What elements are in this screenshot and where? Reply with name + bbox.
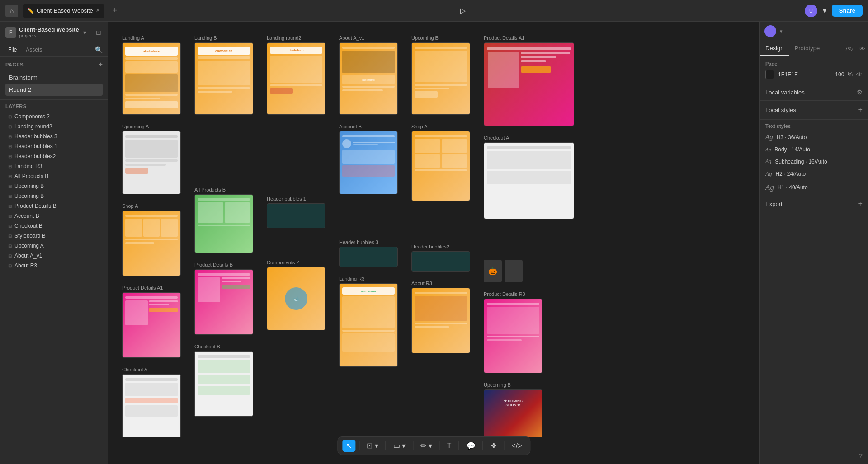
layer-upcoming-b2[interactable]: ⊞ Upcoming B (5, 191, 103, 201)
code-tool[interactable]: </> (508, 440, 526, 452)
layer-header-bubbles1[interactable]: ⊞ Header bubbles 1 (5, 141, 103, 151)
chevron-down-icon[interactable]: ▾ (82, 28, 88, 37)
text-style-subheading[interactable]: Ag Subheading · 16/Auto (760, 155, 868, 168)
frame-header-bubbles2[interactable]: Header bubbles2 (411, 244, 470, 272)
layer-landing-r3[interactable]: ⊞ Landing R3 (5, 161, 103, 171)
chevron-down-icon[interactable]: ▾ (821, 5, 828, 17)
frame-checkout-b[interactable]: Checkout B (194, 344, 253, 417)
frame-landing-b[interactable]: Landing B ohwhale.co (194, 35, 253, 115)
frame-checkout-a[interactable]: Checkout A (122, 367, 181, 437)
prototype-tab[interactable]: Prototype (789, 41, 825, 56)
add-tab-button[interactable]: + (109, 4, 121, 17)
pen-tool[interactable]: ✏ ▾ (417, 440, 435, 452)
frame-about-r3[interactable]: About R3 (411, 281, 470, 353)
active-tab[interactable]: ✏️ Client-Based Website ✕ (23, 4, 104, 18)
topbar-center: ▷ (125, 5, 800, 17)
text-tool[interactable]: T (443, 440, 455, 452)
frame-tool[interactable]: ⊡ ▾ (363, 440, 382, 452)
frame-product-details-a1-left[interactable]: Product Details A1 (122, 285, 181, 358)
layer-styleboard-b[interactable]: ⊞ Styleboard B (5, 231, 103, 241)
layer-product-details-b[interactable]: ⊞ Product Details B (5, 201, 103, 211)
tab-close-icon[interactable]: ✕ (96, 8, 100, 14)
home-icon[interactable]: ⌂ (5, 5, 18, 17)
layer-upcoming-a[interactable]: ⊞ Upcoming A (5, 241, 103, 251)
grid-icon: ⊞ (8, 194, 12, 199)
frame-upcoming-b-icons[interactable]: 🎃 (484, 260, 574, 282)
frame-upcoming-b-right[interactable]: Upcoming B ★ COMINGSOON ★ (484, 382, 574, 437)
page-color-swatch[interactable] (765, 70, 774, 79)
grid-icon: ⊞ (8, 253, 12, 258)
layer-about-a-v1[interactable]: ⊞ About A_v1 (5, 251, 103, 261)
frame-upcoming-b-top[interactable]: Upcoming B (411, 35, 470, 115)
frame-all-products-b[interactable]: All Products B (194, 187, 253, 253)
comment-tool[interactable]: 💬 (463, 440, 479, 452)
help-button[interactable]: ? (859, 452, 863, 459)
frame-landing-r3[interactable]: Landing R3 ohwhale.co (339, 276, 398, 367)
rect-tool[interactable]: ▭ ▾ (390, 440, 409, 452)
file-tab[interactable]: File (5, 46, 19, 54)
layer-landing-round2[interactable]: ⊞ Landing round2 (5, 122, 103, 131)
eye-color-toggle[interactable]: 👁 (856, 71, 863, 78)
layer-all-products-b[interactable]: ⊞ All Products B (5, 171, 103, 181)
search-icon[interactable]: 🔍 (95, 46, 103, 53)
frame-checkout-a-right[interactable]: Checkout A (484, 135, 574, 219)
frame-header-bubbles3-col4[interactable]: Header bubbles 3 (339, 239, 398, 267)
play-button[interactable]: ▷ (458, 5, 467, 17)
layer-checkout-b[interactable]: ⊞ Checkout B (5, 221, 103, 231)
frame-product-details-b[interactable]: Product Details B (194, 262, 253, 335)
canvas[interactable]: Landing A ohwhale.co (108, 22, 760, 464)
zoom-display: 7% (845, 46, 856, 52)
grid-icon: ⊞ (8, 174, 12, 179)
eye-toggle[interactable]: 👁 (856, 42, 868, 55)
layer-about-r3[interactable]: ⊞ About R3 (5, 261, 103, 271)
layer-account-b[interactable]: ⊞ Account B (5, 211, 103, 221)
user-avatar (764, 25, 776, 37)
pages-header: Pages + (5, 61, 103, 69)
column-4: About A_v1 hadhins Account (339, 35, 398, 437)
sidebar-item-round2[interactable]: Round 2 (5, 84, 103, 96)
layer-header-bubbles3[interactable]: ⊞ Header bubbles 3 (5, 131, 103, 141)
column-5: Upcoming B Shop A (411, 35, 470, 437)
layer-components2[interactable]: ⊞ Components 2 (5, 112, 103, 122)
frame-components2[interactable]: Components 2 🐋 (267, 260, 326, 330)
local-variables-icon[interactable]: ⚙ (857, 89, 863, 96)
share-button[interactable]: Share (832, 5, 863, 17)
frame-account-b[interactable]: Account B (339, 124, 398, 194)
topbar-left: ⌂ ✏️ Client-Based Website ✕ + (5, 4, 121, 18)
sidebar-logo: F Client-Based Website projects ▾ (5, 26, 88, 38)
layer-header-bubbles2[interactable]: ⊞ Header bubbles2 (5, 151, 103, 161)
spacer-hb-col4 (339, 203, 398, 230)
frame-product-details-r3[interactable]: Product Details R3 (484, 291, 574, 373)
add-page-button[interactable]: + (99, 61, 103, 69)
assets-tab[interactable]: Assets (23, 46, 45, 54)
selector-tool[interactable]: ↖ (342, 440, 355, 452)
local-variables-label: Local variables (765, 89, 805, 96)
frame-about-a-v1[interactable]: About A_v1 hadhins (339, 35, 398, 115)
text-style-body[interactable]: Ag Body · 14/Auto (760, 144, 868, 155)
layer-upcoming-b1[interactable]: ⊞ Upcoming B (5, 181, 103, 191)
design-tab[interactable]: Design (760, 41, 789, 56)
frame-upcoming-a[interactable]: Upcoming A (122, 124, 181, 194)
component-tool[interactable]: ❖ (487, 440, 500, 452)
avatar-chevron[interactable]: ▾ (779, 28, 783, 35)
canvas-scroll[interactable]: Landing A ohwhale.co (108, 22, 760, 437)
sidebar-header: F Client-Based Website projects ▾ ⊡ (0, 22, 108, 43)
toggle-sidebar-button[interactable]: ⊡ (94, 28, 103, 37)
frame-shop-a[interactable]: Shop A (122, 203, 181, 276)
frame-header-bubbles1[interactable]: Header bubbles 1 (267, 196, 326, 228)
add-local-style-button[interactable]: + (858, 105, 863, 115)
frame-shop-a-2[interactable]: Shop A (411, 124, 470, 201)
text-style-h2[interactable]: Ag H2 · 24/Auto (760, 168, 868, 180)
export-row: Export + (760, 195, 868, 213)
frame-landing-a[interactable]: Landing A ohwhale.co (122, 35, 181, 115)
topbar-right: U ▾ Share (805, 5, 863, 17)
frame-landing-round2[interactable]: Landing round2 ohwhale.co (267, 35, 326, 115)
grid-icon: ⊞ (8, 204, 12, 209)
page-color-hex: 1E1E1E (778, 71, 831, 78)
frame-product-details-a1-main[interactable]: Product Details A1 (484, 35, 574, 126)
sidebar-item-brainstorm[interactable]: Brainstorm (5, 71, 103, 84)
text-style-h3[interactable]: Ag H3 · 36/Auto (760, 131, 868, 144)
tool-separator-6 (483, 441, 483, 450)
add-export-button[interactable]: + (858, 199, 863, 209)
text-style-h1[interactable]: Ag H1 · 40/Auto (760, 180, 868, 195)
